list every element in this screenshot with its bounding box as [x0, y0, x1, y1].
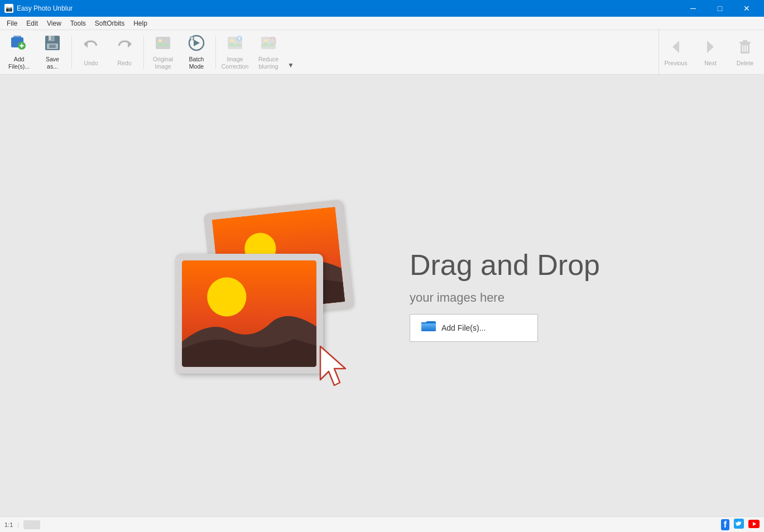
- svg-point-21: [264, 39, 267, 42]
- youtube-icon[interactable]: [748, 520, 760, 530]
- drag-drop-subtitle: your images here: [410, 291, 600, 305]
- separator-1: [71, 36, 72, 69]
- batch-label: BatchMode: [189, 56, 204, 70]
- svg-rect-7: [49, 36, 51, 40]
- reduce-label: Reduceblurring: [258, 56, 278, 70]
- svg-rect-27: [742, 45, 743, 52]
- svg-rect-1: [13, 36, 21, 38]
- add-icon: [10, 34, 28, 55]
- correction-label: ImageCorrection: [222, 56, 248, 70]
- drag-drop-title: Drag and Drop: [410, 249, 600, 281]
- toolbar-delete-button[interactable]: Delete: [728, 32, 762, 72]
- menu-edit[interactable]: Edit: [22, 18, 42, 28]
- main-content: Drag and Drop your images here: [0, 75, 764, 516]
- reduce-icon: [260, 34, 277, 55]
- toolbar-previous-button[interactable]: Previous: [659, 32, 693, 72]
- status-separator: |: [17, 521, 19, 528]
- app-title: Easy Photo Unblur: [17, 4, 73, 12]
- app-icon: 📷: [4, 4, 13, 13]
- add-label: AddFile(s)...: [8, 56, 30, 70]
- svg-marker-23: [707, 41, 714, 53]
- cursor-arrow: [318, 344, 354, 393]
- toolbar-redo-button[interactable]: Redo: [108, 32, 141, 72]
- svg-rect-40: [421, 323, 436, 331]
- undo-label: Undo: [84, 60, 98, 67]
- menu-help[interactable]: Help: [129, 18, 152, 28]
- status-bar-right: f: [721, 519, 760, 530]
- drop-text-area: Drag and Drop your images here: [410, 249, 600, 341]
- svg-rect-20: [261, 37, 276, 49]
- save-label: Saveas...: [46, 56, 59, 70]
- original-icon: [154, 34, 172, 55]
- delete-icon: [736, 38, 754, 59]
- toolbar: AddFile(s)... Saveas...: [0, 30, 764, 75]
- image-illustration: [164, 195, 376, 396]
- toolbar-add-button[interactable]: AddFile(s)...: [2, 32, 36, 72]
- title-bar: 📷 Easy Photo Unblur ─ □ ✕: [0, 0, 764, 17]
- svg-rect-28: [744, 45, 746, 52]
- toolbar-undo-button[interactable]: Undo: [74, 32, 108, 72]
- redo-label: Redo: [117, 60, 131, 67]
- previous-label: Previous: [665, 60, 688, 67]
- menu-tools[interactable]: Tools: [66, 18, 90, 28]
- title-bar-controls: ─ □ ✕: [680, 0, 760, 17]
- separator-2: [143, 36, 144, 69]
- batch-icon: [188, 34, 205, 55]
- redo-icon: [116, 38, 133, 59]
- svg-rect-6: [48, 36, 55, 41]
- svg-rect-4: [20, 45, 24, 46]
- drop-zone[interactable]: Drag and Drop your images here: [164, 195, 600, 396]
- original-label: OriginalImage: [153, 56, 173, 70]
- close-button[interactable]: ✕: [734, 0, 760, 17]
- svg-point-13: [158, 39, 162, 42]
- image-card-front: [175, 254, 323, 374]
- add-files-button[interactable]: Add File(s)...: [410, 314, 538, 342]
- status-bar-left: 1:1 |: [4, 520, 40, 529]
- save-icon: [44, 34, 61, 55]
- correction-icon: [226, 34, 244, 55]
- svg-rect-26: [743, 40, 747, 42]
- facebook-icon[interactable]: f: [721, 519, 729, 530]
- add-files-label: Add File(s)...: [441, 323, 486, 332]
- menu-bar: File Edit View Tools SoftOrbits Help: [0, 17, 764, 30]
- menu-softorbits[interactable]: SoftOrbits: [90, 18, 129, 28]
- toolbar-main-group: AddFile(s)... Saveas...: [2, 32, 296, 72]
- status-info: [23, 520, 40, 529]
- delete-label: Delete: [737, 60, 753, 67]
- svg-point-35: [207, 277, 246, 316]
- menu-view[interactable]: View: [42, 18, 66, 28]
- toolbar-correction-button[interactable]: ImageCorrection: [218, 32, 252, 72]
- folder-icon: [421, 320, 436, 336]
- toolbar-more-button[interactable]: ▼: [285, 32, 296, 72]
- zoom-level: 1:1: [4, 521, 13, 528]
- next-icon: [701, 38, 719, 59]
- previous-icon: [667, 38, 685, 59]
- toolbar-save-button[interactable]: Saveas...: [36, 32, 69, 72]
- undo-icon: [82, 38, 100, 59]
- svg-rect-9: [49, 45, 56, 48]
- svg-marker-36: [320, 346, 345, 385]
- menu-file[interactable]: File: [2, 18, 22, 28]
- toolbar-right-group: Previous Next Delete: [659, 30, 764, 75]
- svg-rect-16: [191, 38, 193, 41]
- toolbar-next-button[interactable]: Next: [694, 32, 727, 72]
- toolbar-reduce-button[interactable]: Reduceblurring: [252, 32, 285, 72]
- toolbar-original-button[interactable]: OriginalImage: [146, 32, 180, 72]
- separator-3: [215, 36, 216, 69]
- twitter-icon[interactable]: [734, 519, 744, 530]
- status-bar: 1:1 | f: [0, 516, 764, 532]
- maximize-button[interactable]: □: [707, 0, 733, 17]
- svg-point-18: [230, 39, 234, 42]
- toolbar-batch-button[interactable]: BatchMode: [180, 32, 213, 72]
- svg-rect-29: [747, 45, 748, 52]
- next-label: Next: [704, 60, 717, 67]
- svg-rect-12: [156, 37, 170, 49]
- svg-marker-22: [672, 41, 679, 53]
- title-bar-left: 📷 Easy Photo Unblur: [4, 4, 73, 13]
- minimize-button[interactable]: ─: [680, 0, 706, 17]
